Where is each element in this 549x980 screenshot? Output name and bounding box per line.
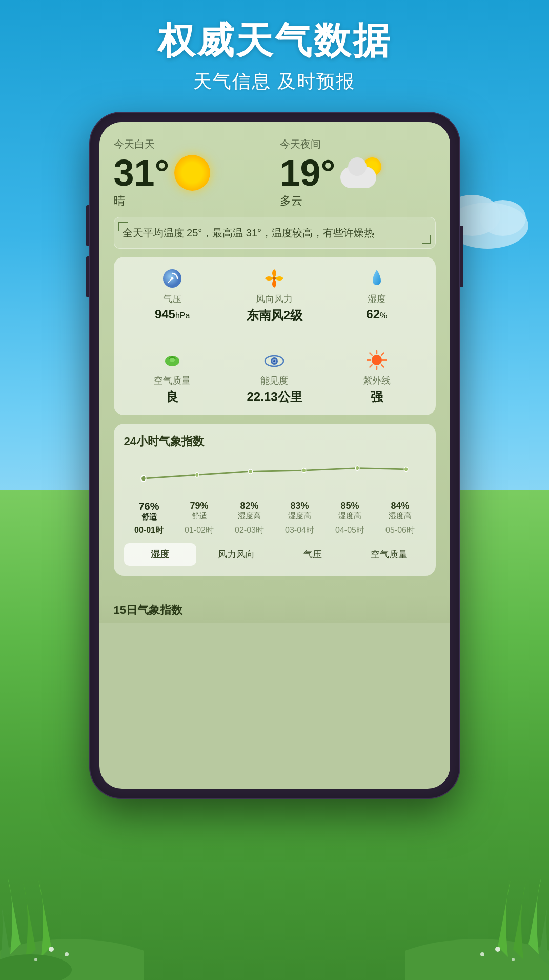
- svg-point-13: [512, 958, 515, 961]
- svg-point-8: [65, 952, 69, 956]
- wind-label: 风向风力: [226, 293, 323, 305]
- svg-point-2: [480, 200, 526, 236]
- air-quality-icon: [161, 349, 184, 371]
- phone-container: 今天白天 31° 晴 今天夜间 19°: [90, 113, 459, 798]
- tab-row[interactable]: 湿度风力风向气压空气质量: [124, 543, 425, 566]
- stat-air: 空气质量 良: [124, 349, 221, 405]
- today-night: 今天夜间 19° 多云: [280, 137, 436, 209]
- svg-point-7: [49, 947, 54, 952]
- day-temperature: 31°: [114, 154, 170, 191]
- wind-value: 东南风2级: [226, 307, 323, 324]
- svg-point-32: [141, 475, 146, 481]
- uv-icon: [365, 349, 388, 371]
- pressure-value: 945hPa: [124, 307, 221, 322]
- chart-col-2: 82%湿度高: [225, 501, 275, 522]
- phone-frame: 今天白天 31° 晴 今天夜间 19°: [90, 113, 459, 798]
- cloud-main-shape: [340, 167, 376, 188]
- svg-point-10: [405, 939, 549, 980]
- visibility-icon: [263, 349, 286, 371]
- chart-time-5: 05-06时: [375, 525, 425, 536]
- svg-line-30: [381, 353, 383, 355]
- svg-point-35: [302, 468, 306, 473]
- humidity-icon: [365, 267, 388, 290]
- night-label: 今天夜间: [280, 137, 436, 151]
- chart-time-3: 03-04时: [275, 525, 325, 536]
- svg-point-16: [273, 277, 276, 280]
- phone-screen: 今天白天 31° 晴 今天夜间 19°: [99, 122, 450, 789]
- chart-title: 24小时气象指数: [124, 434, 425, 449]
- tab-风力风向[interactable]: 风力风向: [200, 543, 273, 566]
- stats-grid: 气压 945hPa: [124, 267, 425, 405]
- day-label: 今天白天: [114, 137, 270, 151]
- day-desc: 晴: [114, 193, 270, 209]
- main-title: 权威天气数据: [0, 21, 549, 61]
- stat-pressure: 气压 945hPa: [124, 267, 221, 324]
- svg-point-36: [355, 466, 359, 470]
- svg-point-23: [372, 355, 382, 365]
- svg-point-11: [495, 947, 500, 952]
- chart-col-1: 79%舒适: [174, 501, 225, 522]
- visibility-label: 能见度: [226, 374, 323, 387]
- today-section: 今天白天 31° 晴 今天夜间 19°: [114, 137, 436, 209]
- svg-line-28: [370, 353, 372, 355]
- tab-气压[interactable]: 气压: [277, 543, 349, 566]
- chart-percent-row: 76%舒适79%舒适82%湿度高83%湿度高85%湿度高84%湿度高: [124, 501, 425, 522]
- description-text: 全天平均温度 25°，最高温 31°，温度较高，有些许燥热: [123, 225, 427, 241]
- stat-humidity: 湿度 62%: [328, 267, 425, 324]
- humidity-value: 62%: [328, 307, 425, 322]
- tab-空气质量[interactable]: 空气质量: [353, 543, 425, 566]
- chart-card: 24小时气象指数: [114, 424, 436, 576]
- stat-wind: 风向风力 东南风2级: [226, 267, 323, 324]
- chart-time-1: 01-02时: [174, 525, 225, 536]
- svg-point-37: [404, 467, 408, 471]
- svg-point-12: [480, 952, 484, 956]
- header-section: 权威天气数据 天气信息 及时预报: [0, 21, 549, 94]
- svg-line-31: [370, 365, 372, 367]
- chart-col-0: 76%舒适: [124, 501, 174, 522]
- stat-uv: 紫外线 强: [328, 349, 425, 405]
- pressure-icon: [161, 267, 184, 290]
- uv-value: 强: [328, 389, 425, 405]
- tab-湿度[interactable]: 湿度: [124, 543, 196, 566]
- svg-point-15: [171, 277, 174, 280]
- visibility-value: 22.13公里: [226, 389, 323, 405]
- wind-icon: [263, 267, 286, 290]
- stat-visibility: 能见度 22.13公里: [226, 349, 323, 405]
- chart-time-4: 04-05时: [325, 525, 375, 536]
- weather-app: 今天白天 31° 晴 今天夜间 19°: [99, 122, 450, 594]
- chart-time-row: 00-01时01-02时02-03时03-04时04-05时05-06时: [124, 525, 425, 536]
- air-label: 空气质量: [124, 374, 221, 387]
- sun-icon: [174, 155, 210, 191]
- stats-divider: [124, 336, 425, 336]
- air-value: 良: [124, 389, 221, 405]
- today-day: 今天白天 31° 晴: [114, 137, 270, 209]
- grass-right-decoration: [405, 801, 549, 980]
- grass-left-decoration: [0, 801, 144, 980]
- svg-point-33: [195, 473, 199, 477]
- chart-svg: [124, 457, 425, 498]
- humidity-label: 湿度: [328, 293, 425, 305]
- night-temperature: 19°: [280, 154, 336, 191]
- sub-title: 天气信息 及时预报: [0, 69, 549, 94]
- svg-point-9: [34, 958, 37, 961]
- day-temp-row: 31°: [114, 154, 270, 191]
- chart-col-5: 84%湿度高: [375, 501, 425, 522]
- pressure-label: 气压: [124, 293, 221, 305]
- svg-line-29: [381, 365, 383, 367]
- stats-card: 气压 945hPa: [114, 257, 436, 415]
- description-box: 全天平均温度 25°，最高温 31°，温度较高，有些许燥热: [114, 217, 436, 249]
- chart-time-2: 02-03时: [225, 525, 275, 536]
- uv-label: 紫外线: [328, 374, 425, 387]
- chart-time-0: 00-01时: [124, 525, 174, 536]
- svg-point-22: [273, 360, 275, 362]
- cloudy-icon: [340, 157, 381, 188]
- svg-point-34: [248, 469, 252, 474]
- night-desc: 多云: [280, 193, 436, 209]
- chart-col-3: 83%湿度高: [275, 501, 325, 522]
- bottom-label: 15日气象指数: [99, 594, 450, 623]
- chart-col-4: 85%湿度高: [325, 501, 375, 522]
- night-temp-row: 19°: [280, 154, 436, 191]
- svg-point-18: [170, 358, 175, 362]
